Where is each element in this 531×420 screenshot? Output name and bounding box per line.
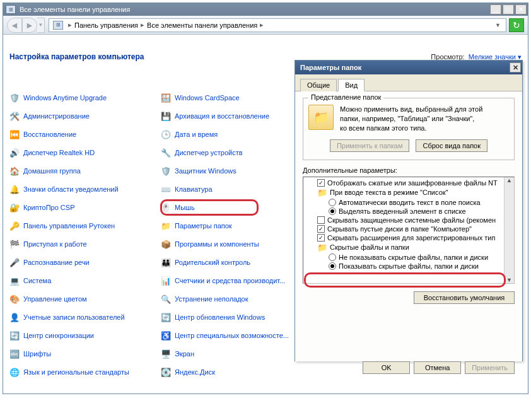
item-link[interactable]: Система — [23, 277, 51, 284]
cp-item[interactable]: 🛡️Защитник Windows — [161, 166, 300, 176]
item-link[interactable]: Распознавание речи — [23, 259, 90, 266]
cp-item[interactable]: 🕒Дата и время — [161, 129, 300, 139]
cp-item[interactable]: 📦Программы и компоненты — [161, 239, 300, 249]
radio-icon[interactable] — [329, 207, 336, 215]
nav-forward-button[interactable]: ► — [22, 18, 37, 33]
item-icon: ♿ — [161, 330, 171, 341]
cp-item[interactable]: 🔄Центр синхронизации — [9, 330, 161, 341]
checkbox-icon[interactable]: ✓ — [317, 179, 325, 187]
item-link[interactable]: Панель управления Рутокен — [23, 222, 115, 230]
cp-item[interactable]: 🌐Язык и региональные стандарты — [9, 367, 161, 377]
cp-item[interactable]: 🛡️Windows Anytime Upgrade — [9, 93, 161, 103]
checkbox-icon[interactable]: ✓ — [317, 234, 325, 242]
cp-item[interactable]: 🔊Диспетчер Realtek HD — [9, 148, 161, 158]
cp-item[interactable]: 🔍Устранение неполадок — [161, 294, 300, 304]
apply-to-folders-button[interactable]: Применить к папкам — [330, 139, 410, 152]
cp-item[interactable]: 📊Счетчики и средства производит... — [161, 276, 300, 286]
minimize-button[interactable]: _ — [490, 4, 501, 15]
cp-item[interactable]: 💻Система — [9, 276, 161, 286]
item-link[interactable]: Яндекс.Диск — [175, 368, 215, 376]
folder-options-dialog: Параметры папок ✕ Общие Вид Представлени… — [295, 60, 523, 361]
cp-item[interactable]: 🛠️Администрирование — [9, 111, 161, 121]
tab-general[interactable]: Общие — [300, 79, 337, 91]
item-link[interactable]: Учетные записи пользователей — [23, 313, 125, 321]
cp-item[interactable]: 🔄Центр обновления Windows — [161, 312, 300, 322]
breadcrumb-part2[interactable]: Все элементы панели управления — [147, 21, 257, 29]
cp-item[interactable]: 📁Параметры папок — [161, 221, 300, 231]
apply-button[interactable]: Применить — [465, 361, 515, 374]
item-link[interactable]: Шрифты — [23, 350, 51, 358]
radio-icon[interactable] — [329, 254, 336, 261]
tab-view[interactable]: Вид — [338, 79, 365, 91]
cp-item[interactable]: 🎨Управление цветом — [9, 294, 161, 304]
cp-item[interactable]: 🪟Windows CardSpace — [161, 93, 300, 103]
item-link[interactable]: Windows Anytime Upgrade — [23, 94, 107, 102]
radio-icon[interactable] — [329, 262, 336, 270]
breadcrumb-dropdown-icon[interactable]: ▼ — [491, 22, 505, 28]
item-link[interactable]: Windows CardSpace — [175, 94, 240, 102]
cp-item[interactable]: 💾Архивация и восстановление — [161, 111, 300, 121]
item-link[interactable]: Защитник Windows — [175, 167, 236, 175]
item-link[interactable]: Приступая к работе — [23, 240, 87, 248]
item-link[interactable]: Дата и время — [175, 131, 218, 138]
checkbox-icon[interactable] — [317, 216, 325, 224]
item-link[interactable]: Мышь — [175, 204, 195, 211]
item-link[interactable]: Диспетчер Realtek HD — [23, 149, 95, 156]
maximize-button[interactable]: □ — [503, 4, 514, 15]
item-link[interactable]: Центр синхронизации — [23, 332, 94, 339]
cp-item[interactable]: 🖱️Мышь — [161, 202, 300, 213]
cp-item[interactable]: ⌨️Клавиатура — [161, 184, 300, 194]
item-link[interactable]: Счетчики и средства производит... — [175, 277, 285, 284]
cp-item[interactable]: ⏮️Восстановление — [9, 129, 161, 139]
cp-item[interactable]: 💽Яндекс.Диск — [161, 367, 300, 377]
item-link[interactable]: Диспетчер устройств — [175, 149, 243, 156]
restore-defaults-button[interactable]: Восстановить умолчания — [414, 291, 515, 304]
radio-icon[interactable] — [329, 199, 336, 206]
checkbox-icon[interactable]: ✓ — [317, 225, 325, 233]
item-link[interactable]: Администрирование — [23, 112, 90, 120]
cp-item[interactable]: 🔤Шрифты — [9, 349, 161, 359]
cp-item[interactable]: 🎤Распознавание речи — [9, 257, 161, 267]
cp-item[interactable]: 🏁Приступая к работе — [9, 239, 161, 249]
item-link[interactable]: Родительский контроль — [175, 259, 250, 266]
item-link[interactable]: Центр обновления Windows — [175, 313, 265, 321]
dialog-close-button[interactable]: ✕ — [510, 62, 521, 73]
cp-item[interactable]: ♿Центр специальных возможносте... — [161, 330, 300, 341]
item-link[interactable]: КриптоПро CSP — [23, 204, 74, 211]
breadcrumb-part1[interactable]: Панель управления — [74, 21, 138, 29]
scrollbar[interactable]: ▲▼ — [504, 177, 514, 283]
item-icon: 🛠️ — [9, 111, 20, 121]
item-link[interactable]: Домашняя группа — [23, 167, 81, 175]
item-link[interactable]: Параметры папок — [175, 222, 232, 230]
item-link[interactable]: Архивация и восстановление — [175, 112, 269, 120]
nav-history-dropdown[interactable]: ▼ — [37, 18, 45, 33]
reset-folders-button[interactable]: Сброс вида папок — [416, 139, 487, 152]
item-link[interactable]: Клавиатура — [175, 185, 213, 193]
group-legend: Представление папок — [308, 93, 383, 101]
advanced-settings-tree[interactable]: ✓Отображать сжатые или зашифрованные фай… — [303, 177, 515, 284]
item-icon: 🛡️ — [161, 166, 171, 176]
cp-item[interactable]: 🖥️Экран — [161, 349, 300, 359]
cp-item[interactable]: 🏠Домашняя группа — [9, 166, 161, 176]
folder-icon: 📁 — [317, 243, 327, 252]
item-link[interactable]: Восстановление — [23, 131, 76, 138]
cp-item[interactable]: 🔑Панель управления Рутокен — [9, 221, 161, 231]
close-button[interactable]: ✕ — [515, 4, 527, 15]
item-link[interactable]: Язык и региональные стандарты — [23, 368, 129, 376]
breadcrumb[interactable]: ⊞ ▸ Панель управления ▸ Все элементы пан… — [49, 18, 506, 32]
cancel-button[interactable]: Отмена — [414, 361, 461, 374]
nav-back-button[interactable]: ◄ — [7, 18, 22, 33]
refresh-button[interactable]: ↻ — [509, 18, 524, 32]
cp-item[interactable]: 🔔Значки области уведомлений — [9, 184, 161, 194]
item-link[interactable]: Программы и компоненты — [175, 240, 259, 248]
item-link[interactable]: Центр специальных возможносте... — [175, 332, 289, 339]
item-link[interactable]: Экран — [175, 350, 194, 358]
cp-item[interactable]: 👤Учетные записи пользователей — [9, 312, 161, 322]
item-link[interactable]: Управление цветом — [23, 295, 87, 303]
cp-item[interactable]: 🔐КриптоПро CSP — [9, 202, 161, 213]
cp-item[interactable]: 👪Родительский контроль — [161, 257, 300, 267]
cp-item[interactable]: 🔧Диспетчер устройств — [161, 148, 300, 158]
item-link[interactable]: Значки области уведомлений — [23, 185, 119, 193]
item-link[interactable]: Устранение неполадок — [175, 295, 248, 303]
ok-button[interactable]: OK — [363, 361, 410, 374]
